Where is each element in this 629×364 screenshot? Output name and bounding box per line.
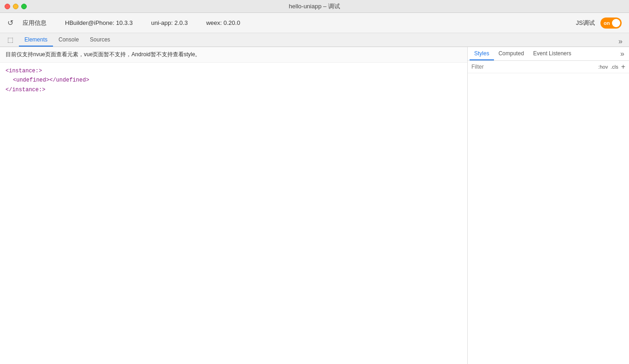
refresh-icon: ↺ xyxy=(7,18,13,27)
tab-elements-label: Elements xyxy=(24,36,47,43)
window-title: hello-uniapp – 调试 xyxy=(289,2,340,11)
minimize-button[interactable] xyxy=(13,4,18,9)
tab-styles[interactable]: Styles xyxy=(470,47,494,60)
elements-notice: 目前仅支持nvue页面查看元素，vue页面暂不支持，Android暂不支持查看s… xyxy=(0,47,467,63)
tab-sources-label: Sources xyxy=(90,36,110,43)
inspector-icon: ⬚ xyxy=(7,36,13,43)
tab-computed[interactable]: Computed xyxy=(494,47,529,60)
toggle-on-text: on xyxy=(604,20,610,26)
uniapp-version-label: uni-app: 2.0.3 xyxy=(151,19,188,26)
xml-instance-open: <instance:> xyxy=(6,66,462,76)
devtools-tabs-right: » xyxy=(616,36,627,47)
toggle-knob xyxy=(612,19,620,27)
tab-event-listeners-label: Event Listeners xyxy=(533,50,571,57)
styles-panel: Styles Computed Event Listeners » :hov .… xyxy=(468,47,629,364)
title-bar: hello-uniapp – 调试 xyxy=(0,0,629,13)
close-button[interactable] xyxy=(5,4,10,9)
elements-content: <instance:> <undefined></undefined> </in… xyxy=(0,63,467,364)
styles-tab-bar: Styles Computed Event Listeners » xyxy=(468,47,629,61)
refresh-button[interactable]: ↺ xyxy=(7,18,13,27)
xml-tag-instance-open: <instance:> xyxy=(6,68,42,74)
tab-computed-label: Computed xyxy=(499,50,524,57)
toolbar: ↺ 应用信息 HBuilder@iPhone: 10.3.3 uni-app: … xyxy=(0,13,629,33)
xml-tag-undefined: <undefined></undefined> xyxy=(13,77,89,83)
toolbar-right: JS调试 on xyxy=(576,18,622,29)
xml-tag-instance-close: </instance:> xyxy=(6,87,45,93)
main-content: 目前仅支持nvue页面查看元素，vue页面暂不支持，Android暂不支持查看s… xyxy=(0,47,629,364)
js-debug-label: JS调试 xyxy=(576,19,595,27)
tab-elements-icon[interactable]: ⬚ xyxy=(2,34,19,47)
elements-panel: 目前仅支持nvue页面查看元素，vue页面暂不支持，Android暂不支持查看s… xyxy=(0,47,468,364)
maximize-button[interactable] xyxy=(21,4,27,9)
toolbar-info: 应用信息 HBuilder@iPhone: 10.3.3 uni-app: 2.… xyxy=(23,19,567,27)
tab-styles-label: Styles xyxy=(474,50,489,57)
devtools-tab-bar: ⬚ Elements Console Sources » xyxy=(0,33,629,47)
device-label: HBuilder@iPhone: 10.3.3 xyxy=(65,19,133,26)
styles-content xyxy=(468,73,629,364)
traffic-lights xyxy=(5,4,27,9)
tab-event-listeners[interactable]: Event Listeners xyxy=(529,47,576,60)
add-style-button[interactable]: + xyxy=(621,63,625,71)
weex-version-label: weex: 0.20.0 xyxy=(206,19,240,26)
styles-more-tabs-button[interactable]: » xyxy=(617,49,627,59)
tab-console[interactable]: Console xyxy=(53,34,84,47)
tab-console-label: Console xyxy=(59,36,79,43)
more-tabs-button[interactable]: » xyxy=(616,36,625,47)
tab-sources[interactable]: Sources xyxy=(84,34,116,47)
cls-button[interactable]: .cls xyxy=(611,64,618,70)
xml-instance-close: </instance:> xyxy=(6,85,462,94)
js-debug-toggle[interactable]: on xyxy=(600,18,622,29)
tab-elements[interactable]: Elements xyxy=(19,34,53,47)
hov-button[interactable]: :hov xyxy=(598,64,608,70)
styles-filter-input[interactable] xyxy=(471,64,595,70)
xml-undefined: <undefined></undefined> xyxy=(6,76,462,85)
app-info-label: 应用信息 xyxy=(23,19,47,27)
styles-filter-bar: :hov .cls + xyxy=(468,61,629,73)
